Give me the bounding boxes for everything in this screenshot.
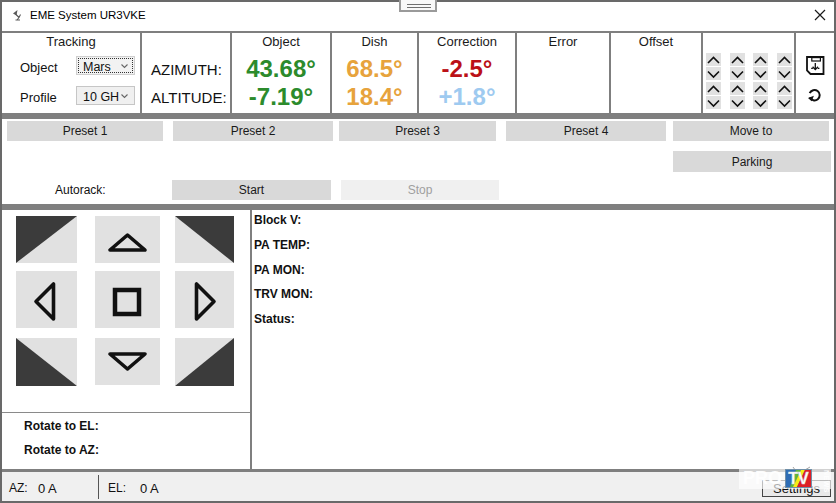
svg-text:TV: TV <box>788 470 809 487</box>
